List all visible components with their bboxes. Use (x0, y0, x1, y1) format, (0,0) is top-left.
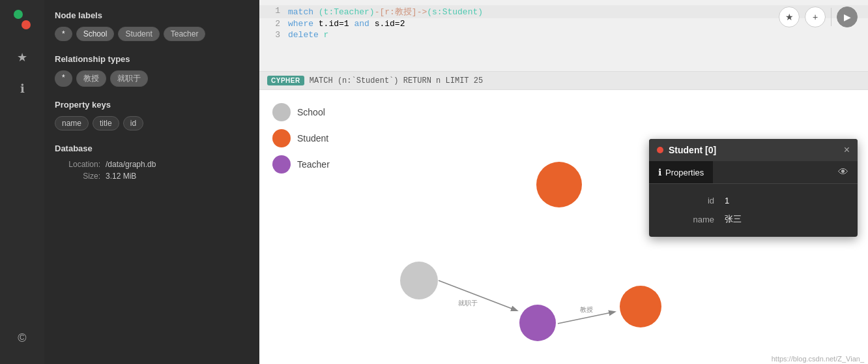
prop-row-id: id 1 (649, 192, 858, 209)
code-content-3: delete r (288, 30, 860, 40)
rel-text-jiaoshou: -[r:教授]-> (375, 7, 427, 17)
prop-key-name[interactable]: name (55, 116, 89, 130)
database-section: Database Location: /data/graph.db Size: … (55, 144, 249, 181)
edge-label-jiaoshou: 教授 (580, 306, 593, 313)
line-number-3: 3 (267, 30, 280, 40)
cypher-badge: CYPHER (267, 76, 304, 85)
panel-title: Student [0] (657, 145, 716, 155)
toolbar-divider (831, 8, 832, 26)
line-number-2: 2 (267, 19, 280, 29)
fn-student: (s:Student) (427, 7, 483, 17)
cypher-query-text: MATCH (n:`Student`) RETURN n LIMIT 25 (310, 76, 483, 85)
info-icon: ℹ (20, 82, 25, 96)
database-heading: Database (55, 144, 249, 153)
svg-point-0 (14, 10, 23, 19)
sidebar-copyright-button[interactable]: © (9, 325, 35, 351)
node-labels-heading: Node labels (55, 10, 249, 20)
prop-key-title[interactable]: title (93, 116, 119, 130)
prop-key-name-label: name (662, 215, 714, 224)
add-button[interactable]: + (805, 7, 826, 27)
panel-close-button[interactable]: × (844, 144, 850, 156)
property-keys-section: Property keys name title id (55, 100, 249, 130)
panel-body: id 1 name 张三 (649, 184, 858, 237)
rel-type-jiuzhiyu[interactable]: 就职于 (110, 70, 148, 87)
legend-item-student: Student (272, 129, 330, 147)
legend-label-school: School (297, 107, 325, 117)
legend-circle-student (272, 129, 291, 147)
sidebar-star-button[interactable]: ★ (9, 44, 35, 70)
relationship-types-group: * 教授 就职于 (55, 70, 249, 87)
code-line-3: 3 delete r (259, 29, 868, 40)
kw-delete: delete (288, 30, 324, 40)
kw-match: match (288, 7, 319, 17)
db-location-row: Location: /data/graph.db (55, 160, 249, 169)
prop-val-id: 1 (725, 196, 729, 205)
edge-label-jiuzhiyu: 就职于 (458, 299, 478, 307)
prop-row-name: name 张三 (649, 209, 858, 229)
main-area: 1 match (t:Teacher)-[r:教授]->(s:Student) … (259, 0, 868, 364)
property-keys-heading: Property keys (55, 100, 249, 110)
prop-val-name: 张三 (725, 213, 742, 225)
prop-key-id[interactable]: id (123, 116, 143, 130)
code-line-1: 1 match (t:Teacher)-[r:教授]->(s:Student) (259, 5, 868, 18)
star-icon: ★ (17, 50, 27, 65)
copyright-icon: © (18, 331, 26, 345)
sidebar-icons-panel: ★ ℹ © (0, 0, 44, 364)
legend-label-teacher: Teacher (297, 159, 330, 170)
node-labels-section: Node labels * School Student Teacher (55, 10, 249, 41)
url-bar: https://blog.csdn.net/Z_Vian_ (768, 354, 868, 364)
relationship-types-section: Relationship types * 教授 就职于 (55, 54, 249, 87)
db-location-value: /data/graph.db (106, 160, 156, 169)
relationship-types-heading: Relationship types (55, 54, 249, 64)
edge-jiaoshou (558, 312, 615, 324)
code-content-1: match (t:Teacher)-[r:教授]->(s:Student) (288, 6, 860, 18)
panel-tabs: ℹ Properties 👁 (649, 161, 858, 184)
property-keys-group: name title id (55, 116, 249, 130)
node-label-school[interactable]: School (76, 27, 115, 41)
sidebar-info-button[interactable]: ℹ (9, 76, 35, 102)
editor-toolbar: ★ + ▶ (779, 7, 858, 27)
legend-label-student: Student (297, 133, 328, 144)
graph-legend: School Student Teacher (272, 103, 330, 174)
fn-r: r (324, 30, 329, 40)
node-labels-group: * School Student Teacher (55, 27, 249, 41)
panel-header: Student [0] × (649, 139, 858, 161)
edge-jiuzhiyu (439, 281, 517, 311)
app-logo (10, 8, 34, 34)
panel-tab-properties[interactable]: ℹ Properties (649, 161, 713, 183)
node-label-teacher[interactable]: Teacher (164, 27, 206, 41)
panel-title-text: Student [0] (669, 145, 716, 155)
code-line-2: 2 where t.id=1 and s.id=2 (259, 18, 868, 29)
fn-teacher: (t:Teacher) (319, 7, 375, 17)
prop-key-id-label: id (662, 196, 714, 205)
play-button[interactable]: ▶ (837, 7, 858, 27)
legend-circle-school (272, 103, 291, 121)
rel-type-jiaoshou[interactable]: 教授 (76, 70, 106, 87)
code-tid: t.id=1 (319, 19, 354, 29)
db-size-label: Size: (55, 172, 100, 181)
legend-item-teacher: Teacher (272, 155, 330, 174)
properties-icon: ℹ (658, 167, 661, 177)
legend-item-school: School (272, 103, 330, 121)
node-school[interactable] (400, 262, 438, 299)
left-panel: Node labels * School Student Teacher Rel… (44, 0, 259, 364)
code-sid: s.id=2 (375, 19, 405, 29)
code-content-2: where t.id=1 and s.id=2 (288, 19, 860, 29)
kw-where: where (288, 19, 319, 29)
db-size-row: Size: 3.12 MiB (55, 172, 249, 181)
dot-red (657, 147, 663, 153)
node-teacher[interactable] (519, 305, 556, 341)
node-label-wildcard[interactable]: * (55, 27, 72, 41)
panel-tab-eye[interactable]: 👁 (829, 161, 858, 183)
node-student-large[interactable] (536, 162, 582, 207)
eye-icon: 👁 (838, 166, 848, 177)
kw-and: and (354, 19, 374, 29)
graph-canvas[interactable]: School Student Teacher 就职于 教授 (259, 90, 868, 364)
properties-tab-label: Properties (665, 168, 704, 177)
favorite-button[interactable]: ★ (779, 7, 800, 27)
svg-point-1 (22, 20, 31, 29)
rel-type-wildcard[interactable]: * (55, 70, 72, 87)
code-editor[interactable]: 1 match (t:Teacher)-[r:教授]->(s:Student) … (259, 0, 868, 72)
node-student-right[interactable] (620, 286, 661, 327)
node-label-student[interactable]: Student (118, 27, 159, 41)
